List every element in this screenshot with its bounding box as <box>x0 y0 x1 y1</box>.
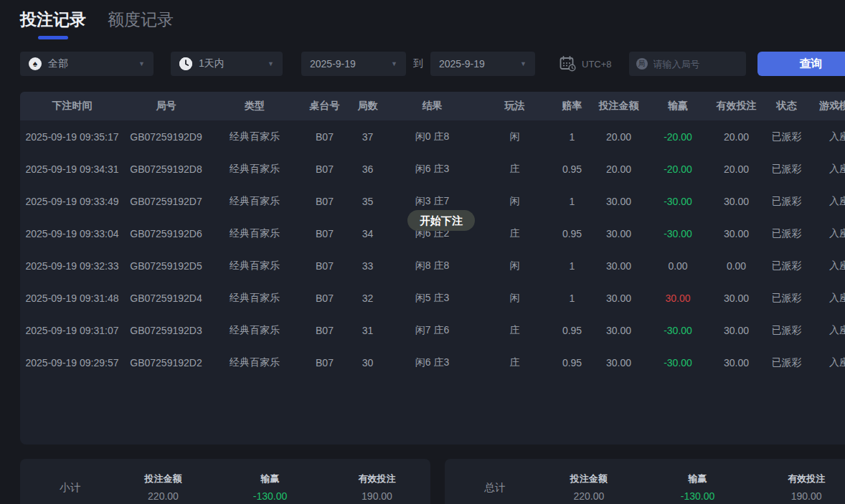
cell-status: 已派彩 <box>763 260 811 272</box>
cell-game-type: 经典百家乐 <box>208 195 301 208</box>
column-header: 状态 <box>763 100 811 113</box>
table-row[interactable]: 2025-09-19 09:31:07 GB07259192D3 经典百家乐 B… <box>20 314 845 346</box>
cell-game-mode: 入座 <box>811 163 845 176</box>
total-label: 总计 <box>445 481 534 495</box>
cell-table-no: B07 <box>301 357 348 369</box>
cell-valid-bet: 20.00 <box>710 131 763 143</box>
cell-game-type: 经典百家乐 <box>208 292 301 305</box>
column-header: 结果 <box>387 100 477 113</box>
table-body: 2025-09-19 09:35:17 GB07259192D9 经典百家乐 B… <box>20 120 845 379</box>
cell-play: 庄 <box>477 227 552 240</box>
cell-status: 已派彩 <box>763 227 811 240</box>
stat-value: 220.00 <box>534 490 643 502</box>
cell-bet-time: 2025-09-19 09:31:48 <box>20 293 124 304</box>
subtotal-valid-bet: 有效投注 190.00 <box>324 472 430 503</box>
search-button[interactable]: 查询 <box>757 52 845 76</box>
game-type-dropdown[interactable]: ♠ 全部 ▼ <box>20 52 154 76</box>
round-number-icon: 局 <box>636 58 648 70</box>
cell-result: 闲3 庄7 <box>387 195 477 208</box>
stat-label: 输赢 <box>643 472 752 485</box>
stat-label: 有效投注 <box>752 472 845 485</box>
cell-bet-time: 2025-09-19 09:35:17 <box>20 131 124 143</box>
cell-bet-amount: 30.00 <box>592 228 646 239</box>
cell-bet-time: 2025-09-19 09:33:49 <box>20 196 124 207</box>
cell-bet-time: 2025-09-19 09:33:04 <box>20 228 124 239</box>
cell-valid-bet: 0.00 <box>710 260 763 272</box>
cell-round-id: GB07259192D7 <box>124 196 208 207</box>
spade-icon: ♠ <box>29 57 42 70</box>
cell-valid-bet: 30.00 <box>710 357 763 369</box>
cell-game-no: 30 <box>348 357 387 369</box>
cell-bet-time: 2025-09-19 09:29:57 <box>20 357 124 369</box>
date-to-dropdown[interactable]: 2025-9-19 ▼ <box>430 52 535 76</box>
cell-odds: 1 <box>552 260 592 272</box>
date-from-dropdown[interactable]: 2025-9-19 ▼ <box>301 52 406 76</box>
active-tab-underline <box>38 36 68 39</box>
total-bet-amount: 投注金额 220.00 <box>534 472 643 503</box>
cell-status: 已派彩 <box>763 356 811 369</box>
stat-value: -130.00 <box>217 490 324 502</box>
cell-round-id: GB07259192D8 <box>124 163 208 175</box>
stat-label: 输赢 <box>217 472 324 485</box>
subtotal-win-lose: 输赢 -130.00 <box>217 472 324 503</box>
round-search-field[interactable]: 局 <box>629 52 746 76</box>
cell-round-id: GB07259192D6 <box>124 228 208 239</box>
column-header: 类型 <box>208 100 301 113</box>
table-row[interactable]: 2025-09-19 09:32:33 GB07259192D5 经典百家乐 B… <box>20 249 845 282</box>
cell-game-no: 37 <box>348 131 387 143</box>
cell-table-no: B07 <box>301 163 348 175</box>
cell-valid-bet: 20.00 <box>710 163 763 175</box>
cell-game-mode: 入座 <box>811 292 845 305</box>
cell-bet-time: 2025-09-19 09:31:07 <box>20 325 124 336</box>
tab-quota-records-label: 额度记录 <box>108 10 174 29</box>
column-header: 赔率 <box>552 100 592 113</box>
cell-odds: 0.95 <box>552 357 592 369</box>
cell-status: 已派彩 <box>763 324 811 337</box>
cell-game-no: 34 <box>348 228 387 239</box>
cell-bet-amount: 30.00 <box>592 260 646 272</box>
tab-quota-records[interactable]: 额度记录 <box>108 9 174 39</box>
cell-status: 已派彩 <box>763 195 811 208</box>
subtotal-panel: 小计 投注金额 220.00 输赢 -130.00 有效投注 190.00 <box>20 459 430 504</box>
tab-bet-records[interactable]: 投注记录 <box>20 9 86 39</box>
cell-result: 闲6 庄3 <box>387 356 477 369</box>
cell-valid-bet: 30.00 <box>710 228 763 239</box>
table-row[interactable]: 2025-09-19 09:29:57 GB07259192D2 经典百家乐 B… <box>20 346 845 379</box>
timezone-display: UTC+8 <box>560 56 612 72</box>
cell-play: 闲 <box>477 130 552 143</box>
cell-play: 闲 <box>477 260 552 272</box>
round-search-input[interactable] <box>653 59 732 70</box>
cell-game-no: 33 <box>348 260 387 272</box>
cell-result: 闲7 庄6 <box>387 324 477 337</box>
cell-round-id: GB07259192D3 <box>124 325 208 336</box>
table-row[interactable]: 2025-09-19 09:35:17 GB07259192D9 经典百家乐 B… <box>20 120 845 153</box>
cell-win-lose: -20.00 <box>646 131 710 143</box>
cell-table-no: B07 <box>301 196 348 207</box>
cell-game-mode: 入座 <box>811 324 845 337</box>
subtotal-label: 小计 <box>20 481 110 495</box>
cell-result: 闲5 庄3 <box>387 292 477 305</box>
table-header: 下注时间局号类型桌台号局数结果玩法赔率投注金额输赢有效投注状态游戏模式 <box>20 92 845 120</box>
time-range-value: 1天内 <box>199 57 225 70</box>
cell-result: 闲8 庄8 <box>387 260 477 272</box>
table-row[interactable]: 2025-09-19 09:31:48 GB07259192D4 经典百家乐 B… <box>20 282 845 314</box>
cell-table-no: B07 <box>301 325 348 336</box>
cell-odds: 0.95 <box>552 163 592 175</box>
date-from-value: 2025-9-19 <box>310 58 356 70</box>
time-range-dropdown[interactable]: 1天内 ▼ <box>171 52 283 76</box>
top-tabs: 投注记录 额度记录 <box>20 9 174 39</box>
cell-odds: 1 <box>552 131 592 143</box>
cell-valid-bet: 30.00 <box>710 196 763 207</box>
cell-result: 闲0 庄8 <box>387 130 477 143</box>
cell-bet-amount: 30.00 <box>592 196 646 207</box>
stat-value: -130.00 <box>643 490 752 502</box>
table-row[interactable]: 2025-09-19 09:34:31 GB07259192D8 经典百家乐 B… <box>20 153 845 185</box>
cell-bet-time: 2025-09-19 09:32:33 <box>20 260 124 272</box>
cell-round-id: GB07259192D4 <box>124 293 208 304</box>
cell-odds: 0.95 <box>552 325 592 336</box>
cell-bet-amount: 30.00 <box>592 293 646 304</box>
total-valid-bet: 有效投注 190.00 <box>752 472 845 503</box>
cell-status: 已派彩 <box>763 163 811 176</box>
cell-game-type: 经典百家乐 <box>208 356 301 369</box>
cell-play: 庄 <box>477 324 552 337</box>
